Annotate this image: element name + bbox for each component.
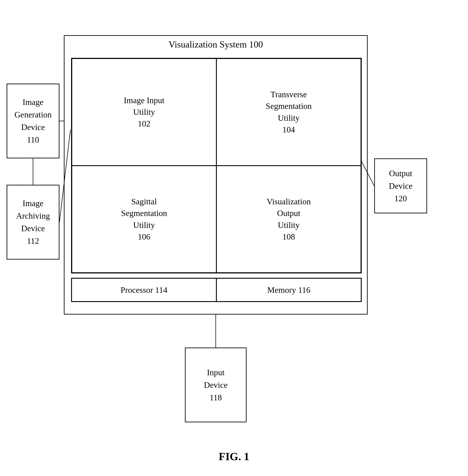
- memory-label: Memory 116: [267, 285, 310, 295]
- figure-label: FIG. 1: [0, 450, 468, 463]
- output-device-box: OutputDevice120: [374, 158, 427, 213]
- main-title: Visualization System 100: [64, 35, 367, 52]
- image-generation-label: ImageGenerationDevice110: [15, 96, 52, 146]
- input-device-label: InputDevice118: [204, 366, 228, 404]
- image-generation-device-box: ImageGenerationDevice110: [7, 84, 59, 158]
- transverse-segmentation-label: TransverseSegmentationUtility104: [266, 89, 312, 136]
- image-archiving-device-box: ImageArchivingDevice112: [7, 185, 59, 260]
- input-device-box: InputDevice118: [185, 348, 247, 422]
- memory-box: Memory 116: [216, 278, 361, 302]
- transverse-segmentation-box: TransverseSegmentationUtility104: [216, 58, 361, 166]
- inner-grid: Image InputUtility102 TransverseSegmenta…: [71, 58, 362, 273]
- visualization-output-box: VisualizationOutputUtility108: [216, 166, 361, 273]
- image-input-utility-label: Image InputUtility102: [124, 95, 164, 130]
- bottom-row: Processor 114 Memory 116: [71, 278, 362, 302]
- sagittal-segmentation-label: SagittalSegmentationUtility106: [121, 196, 167, 243]
- image-archiving-label: ImageArchivingDevice112: [16, 197, 50, 247]
- processor-label: Processor 114: [121, 285, 168, 295]
- output-device-label: OutputDevice120: [389, 167, 412, 205]
- diagram: Visualization System 100 Image InputUtil…: [0, 0, 468, 476]
- main-system-box: Visualization System 100 Image InputUtil…: [64, 35, 368, 315]
- sagittal-segmentation-box: SagittalSegmentationUtility106: [72, 166, 216, 273]
- image-input-utility-box: Image InputUtility102: [72, 58, 216, 166]
- processor-box: Processor 114: [72, 278, 216, 302]
- visualization-output-label: VisualizationOutputUtility108: [267, 196, 311, 243]
